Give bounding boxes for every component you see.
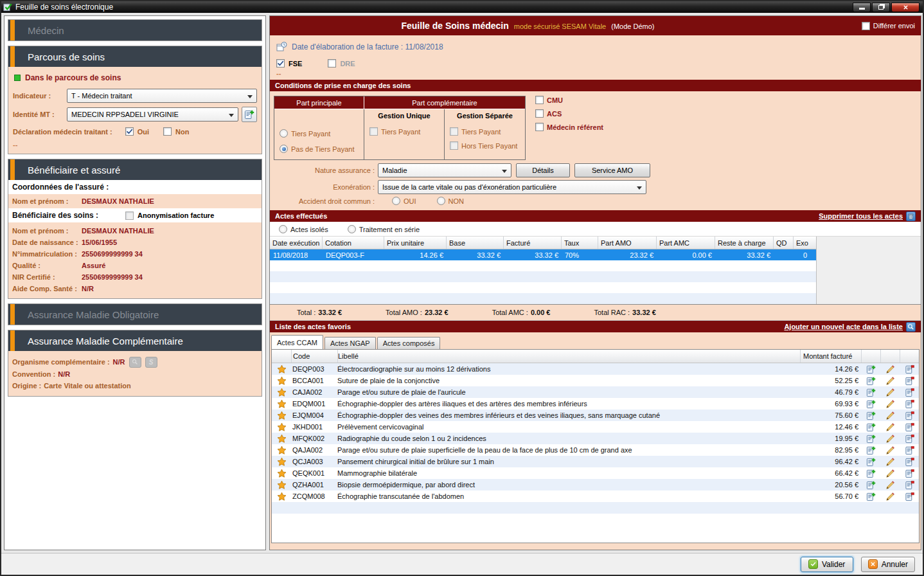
service-amo-button[interactable]: Service AMO xyxy=(574,163,650,177)
close-button[interactable] xyxy=(891,3,920,12)
tab-actes-composes[interactable]: Actes composés xyxy=(377,337,441,349)
add-act-button[interactable] xyxy=(861,457,880,467)
organisme-search-button[interactable] xyxy=(129,357,141,368)
ajouter-acte-button[interactable] xyxy=(906,322,916,332)
favoris-row[interactable]: DEQP003 Électrocardiographie sur au moin… xyxy=(272,363,919,375)
favorite-star[interactable] xyxy=(272,434,291,444)
indicateur-select[interactable]: T - Médecin traitant xyxy=(67,89,257,103)
edit-act-button[interactable] xyxy=(880,399,900,409)
add-act-button[interactable] xyxy=(861,388,880,397)
accident-oui-radio[interactable] xyxy=(392,197,400,205)
supprimer-actes-button[interactable] xyxy=(906,212,916,221)
organisme-services-button[interactable]: S xyxy=(145,357,157,368)
flag-act-button[interactable] xyxy=(900,434,919,444)
nature-assurance-select[interactable]: Maladie xyxy=(378,163,511,177)
col-base[interactable]: Base xyxy=(447,237,504,249)
flag-act-button[interactable] xyxy=(900,492,919,501)
dre-checkbox[interactable] xyxy=(328,59,336,68)
edit-act-button[interactable] xyxy=(880,492,900,501)
edit-act-button[interactable] xyxy=(880,446,900,455)
differer-envoi-checkbox[interactable] xyxy=(862,22,870,30)
identite-mt-select[interactable]: MEDECIN RPPSADELI VIRGINIE xyxy=(67,107,238,122)
gs-hors-tiers-payant-checkbox[interactable] xyxy=(450,141,458,150)
accident-non-radio[interactable] xyxy=(437,197,445,205)
col-reste-charge[interactable]: Reste à charge xyxy=(715,237,774,249)
anonymisation-checkbox[interactable] xyxy=(125,212,134,220)
favorite-star[interactable] xyxy=(272,399,291,409)
favorite-star[interactable] xyxy=(272,446,291,455)
supprimer-actes-link[interactable]: Supprimer tous les actes xyxy=(819,212,903,220)
favorite-star[interactable] xyxy=(272,422,291,432)
pas-tiers-payant-radio[interactable] xyxy=(280,145,288,153)
favoris-row[interactable]: QCJA003 Pansement chirurgical initial de… xyxy=(272,456,919,467)
edit-act-button[interactable] xyxy=(880,434,900,444)
favoris-row[interactable]: QZHA001 Biopsie dermoépidermique, par ab… xyxy=(272,479,919,491)
cmu-checkbox[interactable] xyxy=(535,96,544,104)
flag-act-button[interactable] xyxy=(900,422,919,432)
edit-act-button[interactable] xyxy=(880,422,900,432)
favorite-star[interactable] xyxy=(272,388,291,397)
favoris-row[interactable]: BCCA001 Suture de plaie de la conjonctiv… xyxy=(272,375,919,386)
restore-button[interactable] xyxy=(872,3,890,12)
tab-actes-ngap[interactable]: Actes NGAP xyxy=(324,337,376,349)
flag-act-button[interactable] xyxy=(900,364,919,374)
favorite-star[interactable] xyxy=(272,376,291,386)
favorite-star[interactable] xyxy=(272,492,291,501)
ajouter-acte-link[interactable]: Ajouter un nouvel acte dans la liste xyxy=(784,323,903,330)
favoris-row[interactable]: CAJA002 Parage et/ou suture de plaie de … xyxy=(272,386,919,398)
tiers-payant-radio[interactable] xyxy=(280,129,288,138)
declaration-non-checkbox[interactable] xyxy=(163,127,172,136)
add-act-button[interactable] xyxy=(861,364,880,374)
flag-act-button[interactable] xyxy=(900,480,919,490)
favoris-row[interactable]: ZCQM008 Échographie transcutanée de l'ab… xyxy=(272,491,919,502)
add-act-button[interactable] xyxy=(861,411,880,420)
favorite-star[interactable] xyxy=(272,411,291,420)
details-button[interactable]: Détails xyxy=(516,163,570,177)
exoneration-select[interactable]: Issue de la carte vitale ou pas d'éxonér… xyxy=(378,180,646,194)
favoris-row[interactable]: EJQM004 Échographie-doppler des veines d… xyxy=(272,410,919,421)
favoris-row[interactable]: QEQK001 Mammographie bilatérale 66.42 € xyxy=(272,467,919,479)
col-part-amo[interactable]: Part AMO xyxy=(598,237,657,249)
actes-isoles-radio[interactable] xyxy=(279,225,287,233)
acs-checkbox[interactable] xyxy=(535,109,544,118)
col-cotation[interactable]: Cotation xyxy=(323,237,384,249)
col-facture[interactable]: Facturé xyxy=(504,237,562,249)
favoris-row[interactable]: MFQK002 Radiographie du coude selon 1 ou… xyxy=(272,433,919,444)
edit-act-button[interactable] xyxy=(880,411,900,420)
favorite-star[interactable] xyxy=(272,364,291,374)
add-act-button[interactable] xyxy=(861,480,880,490)
flag-act-button[interactable] xyxy=(900,411,919,420)
favorite-star[interactable] xyxy=(272,480,291,490)
favoris-row[interactable]: QAJA002 Parage et/ou suture de plaie sup… xyxy=(272,444,919,456)
fse-checkbox[interactable] xyxy=(276,59,285,68)
col-libelle[interactable]: Libellé xyxy=(337,350,800,363)
edit-act-button[interactable] xyxy=(880,480,900,490)
add-mt-button[interactable] xyxy=(242,107,257,122)
edit-act-button[interactable] xyxy=(880,457,900,467)
favorite-star[interactable] xyxy=(272,469,291,478)
annuler-button[interactable]: Annuler xyxy=(861,557,915,572)
col-exo[interactable]: Exo xyxy=(794,237,817,249)
acte-row-selected[interactable]: 11/08/2018 DEQP003-F 14.26 € 33.32 € 33.… xyxy=(270,249,816,260)
add-act-button[interactable] xyxy=(861,446,880,455)
edit-act-button[interactable] xyxy=(880,376,900,386)
edit-act-button[interactable] xyxy=(880,469,900,478)
minimize-button[interactable] xyxy=(853,3,871,12)
tab-actes-ccam[interactable]: Actes CCAM xyxy=(271,335,323,349)
edit-act-button[interactable] xyxy=(880,364,900,374)
declaration-oui-checkbox[interactable] xyxy=(125,127,134,136)
add-act-button[interactable] xyxy=(861,376,880,386)
add-act-button[interactable] xyxy=(861,399,880,409)
col-qd[interactable]: QD xyxy=(774,237,794,249)
favorite-star[interactable] xyxy=(272,457,291,467)
medecin-referent-checkbox[interactable] xyxy=(535,123,544,131)
edit-act-button[interactable] xyxy=(880,388,900,397)
gu-tiers-payant-checkbox[interactable] xyxy=(369,127,378,136)
col-prix-unitaire[interactable]: Prix unitaire xyxy=(384,237,447,249)
flag-act-button[interactable] xyxy=(900,388,919,397)
valider-button[interactable]: Valider xyxy=(801,557,853,572)
col-date-execution[interactable]: Date exécution xyxy=(270,237,323,249)
favoris-row[interactable]: EDQM001 Échographie-doppler des artères … xyxy=(272,398,919,410)
flag-act-button[interactable] xyxy=(900,446,919,455)
flag-act-button[interactable] xyxy=(900,469,919,478)
